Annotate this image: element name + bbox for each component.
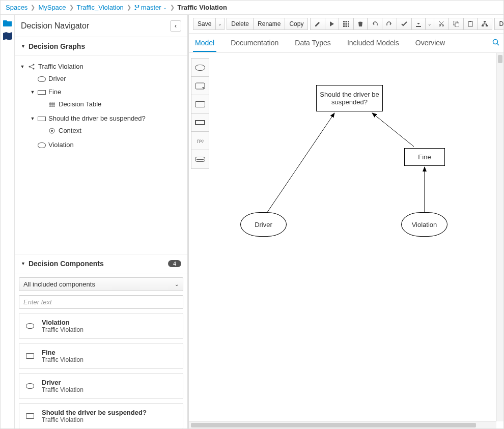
chevron-left-icon: ‹	[175, 22, 177, 30]
svg-rect-8	[348, 21, 349, 22]
components-filter-dropdown[interactable]: All included components ⌄	[19, 277, 183, 291]
rename-button[interactable]: Rename	[254, 18, 285, 30]
component-name: Should the driver be suspended?	[42, 409, 147, 416]
chevron-right-icon: ❯	[127, 4, 131, 11]
svg-rect-13	[346, 25, 347, 27]
node-driver[interactable]: Driver	[240, 212, 287, 237]
clipboard-icon	[468, 21, 473, 27]
component-card[interactable]: Driver Traffic Violation	[19, 373, 183, 399]
search-button[interactable]	[492, 39, 499, 47]
component-name: Fine	[42, 349, 83, 356]
decision-graphs-header[interactable]: ▼ Decision Graphs	[15, 37, 187, 56]
svg-rect-3	[49, 102, 55, 107]
tree-node-driver[interactable]: Driver	[30, 73, 184, 84]
component-card[interactable]: Fine Traffic Violation	[19, 343, 183, 369]
tab-documentation[interactable]: Documentation	[229, 35, 281, 52]
svg-rect-6	[343, 21, 345, 22]
tree-root[interactable]: ▼ Traffic Violation	[20, 61, 184, 72]
component-source: Traffic Violation	[42, 326, 83, 333]
svg-rect-21	[484, 21, 486, 22]
palette-bkm[interactable]: ƒ(x)	[191, 132, 209, 150]
decision-graphs-tree: ▼ Traffic Violation Driver	[15, 56, 187, 254]
chevron-right-icon: ❯	[170, 4, 175, 11]
component-card[interactable]: Violation Traffic Violation	[19, 313, 183, 339]
tab-included-models[interactable]: Included Models	[345, 35, 401, 52]
download-button[interactable]: Download	[494, 18, 503, 30]
undo-icon	[372, 21, 378, 26]
breadcrumb-link[interactable]: Spaces	[6, 4, 27, 11]
components-filter-input[interactable]	[19, 295, 183, 309]
scrollbar-thumb[interactable]	[498, 55, 502, 63]
copy-button[interactable]: Copy	[285, 18, 308, 30]
table-icon	[48, 101, 56, 108]
input-data-icon	[38, 75, 46, 82]
svg-point-5	[51, 130, 53, 132]
caret-down-icon: ▼	[30, 114, 35, 123]
component-card[interactable]: Should the driver be suspended? Traffic …	[19, 403, 183, 428]
folder-icon[interactable]	[3, 18, 13, 28]
svg-rect-9	[343, 23, 345, 25]
breadcrumb-link[interactable]: MySpace	[38, 4, 66, 11]
svg-point-24	[493, 40, 498, 44]
pencil-icon	[315, 21, 321, 27]
caret-down-icon: ▼	[30, 88, 35, 97]
layout-button[interactable]	[478, 18, 492, 30]
tree-node-violation[interactable]: Violation	[30, 139, 184, 151]
svg-rect-22	[482, 25, 484, 26]
undo-button[interactable]	[368, 18, 382, 30]
search-icon	[492, 39, 499, 46]
save-button[interactable]: Save	[193, 18, 216, 30]
svg-rect-23	[486, 25, 488, 26]
trash-icon	[358, 21, 363, 27]
node-violation[interactable]: Violation	[401, 212, 447, 237]
delete-button[interactable]: Delete	[227, 18, 254, 30]
input-data-icon	[24, 322, 36, 330]
tab-overview[interactable]: Overview	[413, 35, 447, 52]
palette-decision-service[interactable]	[191, 113, 209, 132]
trash-button[interactable]	[354, 18, 368, 30]
cut-button[interactable]	[434, 18, 449, 30]
breadcrumb-link[interactable]: Traffic_Violation	[77, 4, 124, 11]
tab-data-types[interactable]: Data Types	[293, 35, 333, 52]
map-icon[interactable]	[3, 31, 13, 41]
input-data-icon	[38, 141, 46, 149]
paste-button[interactable]	[464, 18, 478, 30]
palette-annotation[interactable]	[191, 77, 209, 95]
export-button[interactable]	[412, 18, 426, 30]
palette-knowledge-source[interactable]	[191, 150, 209, 168]
palette-input-data[interactable]	[191, 59, 209, 77]
chevron-down-icon: ⌄	[428, 21, 432, 26]
node-fine[interactable]: Fine	[404, 148, 445, 166]
branch-selector[interactable]: master ⌄	[134, 4, 167, 11]
grid-button[interactable]	[339, 18, 354, 30]
layout-icon	[482, 21, 488, 27]
play-button[interactable]	[325, 18, 339, 30]
diagram-canvas[interactable]: Should the driver be suspended? Fine Dri…	[189, 53, 503, 428]
redo-icon	[386, 21, 393, 26]
tree-node-decision-table[interactable]: Decision Table	[40, 99, 184, 110]
edit-button[interactable]	[310, 18, 325, 30]
export-dropdown[interactable]: ⌄	[426, 18, 434, 30]
validate-button[interactable]	[397, 18, 412, 30]
component-name: Violation	[42, 319, 83, 326]
tree-node-suspended[interactable]: ▼ Should the driver be suspended?	[30, 113, 184, 124]
save-dropdown[interactable]: ⌄	[216, 18, 225, 30]
horizontal-scrollbar[interactable]	[189, 421, 496, 428]
tab-model[interactable]: Model	[193, 35, 216, 52]
redo-button[interactable]	[382, 18, 397, 30]
scrollbar-thumb[interactable]	[191, 423, 476, 427]
palette-decision[interactable]	[191, 95, 209, 113]
vertical-scrollbar[interactable]	[496, 53, 503, 421]
svg-rect-14	[348, 25, 349, 27]
breadcrumb: Spaces ❯ MySpace ❯ Traffic_Violation ❯ m…	[1, 1, 503, 15]
input-data-icon	[24, 382, 36, 390]
copy-icon-button[interactable]	[449, 18, 464, 30]
caret-down-icon: ▼	[20, 62, 25, 71]
tree-node-fine[interactable]: ▼ Fine	[30, 87, 184, 98]
node-suspended[interactable]: Should the driver be suspended?	[316, 85, 383, 111]
decision-components-header[interactable]: ▼ Decision Components 4	[15, 254, 187, 273]
breadcrumb-current: Traffic Violation	[178, 4, 227, 11]
section-title: Decision Components	[29, 260, 104, 268]
panel-collapse-button[interactable]: ‹	[170, 20, 181, 32]
tree-node-context[interactable]: Context	[40, 125, 184, 136]
